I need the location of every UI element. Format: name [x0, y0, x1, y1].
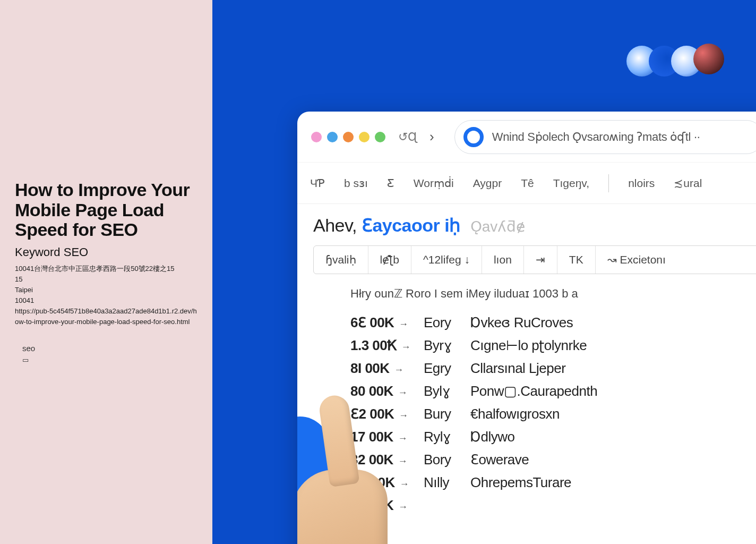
row-desc: OhrepemsTurare — [470, 474, 756, 491]
page-heading: Ahev, Ɛaycaoor iḥ Ǫavʎƌɇ — [313, 215, 756, 236]
keyword-list: 6Ɛ 00K →EoryⱰvkeɞ RuCroves1.3 00Ҟ →ByrɣC… — [313, 311, 756, 517]
row-desc: €halfowıgrosxn — [470, 406, 756, 422]
tab-item[interactable]: Worṃḋi — [414, 177, 454, 190]
meta-zip: 10041 — [15, 295, 197, 306]
tab-item[interactable]: Aygpr — [473, 177, 502, 190]
tab-item[interactable]: ≾ural — [674, 177, 702, 190]
tab-item[interactable]: Tıgeŋv, — [553, 177, 589, 190]
traffic-dot[interactable] — [375, 132, 385, 142]
row-metric: 6Ɛ 00K → — [350, 314, 419, 331]
row-code: Nılly — [424, 474, 466, 491]
row-desc: Cıgne⊢lo pʈolynrke — [470, 337, 756, 354]
address-bar[interactable]: Wnind Sṗolech Ǫvsaroʍing ʔmats ȯʠtl ·· — [454, 120, 756, 154]
tab-item[interactable]: Ƹ — [387, 177, 394, 190]
seo-badge: seo — [15, 344, 197, 353]
traffic-dot[interactable] — [327, 132, 338, 142]
keyword-row[interactable]: 80 00K →BylɣPonw▢.Caurapednth — [350, 380, 756, 403]
row-code: Eory — [424, 314, 466, 331]
heading-prefix: Ahev, — [313, 215, 357, 235]
row-desc: Ɛowerave — [470, 452, 756, 468]
logo-blob-d — [693, 44, 724, 74]
meta-city: Taipei — [15, 285, 197, 295]
forward-icon[interactable]: › — [429, 129, 434, 145]
row-metric: 8I 00K → — [350, 360, 419, 377]
search-ring-icon — [463, 127, 484, 147]
toolbar-button[interactable]: ⇥ — [524, 246, 557, 274]
caption-row: Hłry ounℤ Roro I sem iMey iluduaɪ 1003 b… — [313, 282, 756, 311]
browser-window: ↺Ɋ › Wnind Sṗolech Ǫvsaroʍing ʔmats ȯʠtl… — [297, 112, 756, 544]
meta-url: https://pub-5c454f571b8e40a3a2aad27ade84… — [15, 306, 197, 327]
keyword-row[interactable]: 32 00K →BoryƐowerave — [350, 448, 756, 471]
traffic-dot[interactable] — [343, 132, 354, 142]
keyword-row[interactable]: 6Ɛ 00K →EoryⱰvkeɞ RuCroves — [350, 311, 756, 334]
row-desc: Cllarsınal Ljeper — [470, 360, 756, 377]
keyword-row[interactable]: 1.3 00Ҟ →ByrɣCıgne⊢lo pʈolynrke — [350, 334, 756, 357]
hero-area: ↺Ɋ › Wnind Sṗolech Ǫvsaroʍing ʔmats ȯʠtl… — [212, 0, 756, 544]
traffic-lights — [311, 132, 385, 142]
row-code: Bory — [424, 452, 466, 468]
row-code: Rylɣ — [424, 429, 466, 445]
toolbar-button[interactable]: lıon — [482, 246, 524, 274]
row-metric: 8Ƒ 00K → — [350, 497, 419, 514]
toolbar-button[interactable]: ^12lifeg ↓ — [411, 246, 482, 274]
heading-sub: Ǫavʎƌɇ — [470, 218, 526, 235]
row-code: Byrɣ — [424, 337, 466, 354]
toolbar: ɧvaliḥ lɇƪb ^12lifeg ↓ lıon ⇥ TK ↝ Excie… — [313, 245, 756, 274]
keyword-row[interactable]: S0 00K →NıllyOhrepemsTurare — [350, 471, 756, 494]
row-metric: 1.3 00Ҟ → — [350, 337, 419, 354]
row-metric: 32 00K → — [350, 452, 419, 468]
meta-unit: 15 — [15, 274, 197, 285]
tab-item[interactable]: b sɜı — [344, 177, 368, 190]
browser-bar: ↺Ɋ › Wnind Sṗolech Ǫvsaroʍing ʔmats ȯʠtl… — [297, 112, 756, 163]
row-code: Bylɣ — [424, 383, 466, 400]
toolbar-button[interactable]: ɧvaliḥ — [314, 246, 368, 274]
row-metric: Ɛ2 00K → — [350, 406, 419, 422]
keyword-row[interactable]: 8I 00K →EgryCllarsınal Ljeper — [350, 357, 756, 380]
toolbar-button[interactable]: TK — [557, 246, 596, 274]
row-metric: S0 00K → — [350, 474, 419, 491]
tab-item[interactable]: nloirs — [628, 177, 655, 190]
heading-highlight: Ɛaycaoor iḥ — [362, 215, 461, 235]
article-title: How to Improve Your Mobile Page Load Spe… — [15, 180, 197, 240]
tab-item[interactable]: ЧƤ — [310, 177, 325, 190]
tab-item[interactable]: Tê — [521, 177, 534, 190]
logo-cluster — [626, 46, 724, 76]
row-desc: Ɒdlywo — [470, 429, 756, 445]
reload-icon[interactable]: ↺Ɋ — [395, 130, 420, 144]
badge-icon: ▭ — [15, 356, 197, 364]
address-text: Wnind Sṗolech Ǫvsaroʍing ʔmats ȯʠtl ·· — [492, 130, 700, 144]
row-code: Egry — [424, 360, 466, 377]
traffic-dot[interactable] — [359, 132, 370, 142]
tab-strip: ЧƤ b sɜı Ƹ Worṃḋi Aygpr Tê Tıgeŋv, nloir… — [297, 163, 756, 204]
keyword-row[interactable]: 17 00K →RylɣⱰdlywo — [350, 426, 756, 448]
meta-address: 10041台灣台北市中正區忠孝西路一段50號22樓之15 — [15, 264, 197, 274]
article-subtitle: Keyword SEO — [15, 245, 197, 259]
keyword-row[interactable]: 8Ƒ 00K → — [350, 494, 756, 517]
tab-divider — [608, 174, 609, 192]
toolbar-button[interactable]: lɇƪb — [368, 246, 411, 274]
keyword-row[interactable]: Ɛ2 00K →Bury€halfowıgrosxn — [350, 403, 756, 426]
decorative-pill — [297, 416, 329, 533]
traffic-dot[interactable] — [311, 132, 322, 142]
row-code: Bury — [424, 406, 466, 422]
toolbar-button[interactable]: ↝ Excietonı — [596, 246, 677, 274]
row-metric: 17 00K → — [350, 429, 419, 445]
row-desc: Ɒvkeɞ RuCroves — [470, 314, 756, 331]
row-desc: Ponw▢.Caurapednth — [470, 383, 756, 400]
row-metric: 80 00K → — [350, 383, 419, 400]
article-sidebar: How to Improve Your Mobile Page Load Spe… — [0, 0, 212, 544]
content-zone: Ahev, Ɛaycaoor iḥ Ǫavʎƌɇ ɧvaliḥ lɇƪb ^12… — [297, 204, 756, 517]
